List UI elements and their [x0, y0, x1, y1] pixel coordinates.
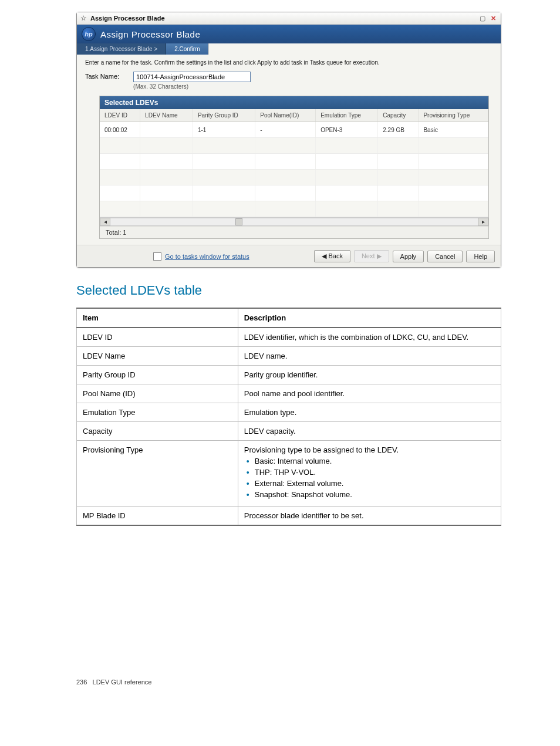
table-row [100, 170, 488, 185]
desc-row: Emulation Type Emulation type. [77, 403, 501, 422]
col-ldev-id[interactable]: LDEV ID [100, 109, 140, 122]
cell-parity-group-id: 1-1 [193, 122, 255, 138]
selected-ldevs-title: Selected LDEVs [100, 96, 488, 109]
page-footer: 236 LDEV GUI reference [76, 679, 501, 686]
list-item: External: External volume. [255, 479, 495, 488]
scroll-right-icon[interactable]: ▸ [478, 218, 488, 226]
col-pool-name-id[interactable]: Pool Name(ID) [255, 109, 316, 122]
desc-item: Provisioning Type [77, 441, 238, 507]
cell-capacity: 2.29 GB [378, 122, 419, 138]
wizard-panel: ☆ Assign Processor Blade ▢ ✕ hp Assign P… [76, 12, 501, 268]
cell-ldev-id: 00:00:02 [100, 122, 140, 138]
provisioning-type-list: Basic: Internal volume. THP: THP V-VOL. … [244, 457, 495, 499]
step-confirm[interactable]: 2.Confirm [166, 43, 208, 55]
col-parity-group-id[interactable]: Parity Group ID [193, 109, 255, 122]
page-number: 236 [76, 679, 87, 686]
desc-item: Pool Name (ID) [77, 384, 238, 403]
desc-header-item: Item [77, 308, 238, 328]
footer-section: LDEV GUI reference [93, 679, 152, 686]
desc-item: Emulation Type [77, 403, 238, 422]
description-table: Item Description LDEV ID LDEV identifier… [76, 308, 501, 526]
desc-item: Capacity [77, 422, 238, 441]
table-row [100, 201, 488, 217]
col-provisioning-type[interactable]: Provisioning Type [419, 109, 488, 122]
instruction-text: Enter a name for the task. Confirm the s… [85, 59, 492, 66]
table-row [100, 154, 488, 170]
apply-button[interactable]: Apply [393, 251, 424, 262]
col-capacity[interactable]: Capacity [378, 109, 419, 122]
step-assign-processor-blade[interactable]: 1.Assign Processor Blade > [77, 43, 166, 55]
col-ldev-name[interactable]: LDEV Name [140, 109, 193, 122]
hp-logo-icon: hp [82, 27, 96, 41]
go-to-tasks-link[interactable]: Go to tasks window for status [165, 253, 249, 260]
window-titlebar: ☆ Assign Processor Blade ▢ ✕ [77, 12, 501, 25]
list-item: THP: THP V-VOL. [255, 468, 495, 477]
table-header-row: LDEV ID LDEV Name Parity Group ID Pool N… [100, 109, 488, 122]
maximize-icon[interactable]: ▢ [478, 15, 487, 22]
cell-ldev-name [140, 122, 193, 138]
selected-ldevs-block: Selected LDEVs LDEV ID LDEV Name Parity … [99, 96, 489, 239]
help-button[interactable]: Help [466, 251, 495, 262]
button-bar: Go to tasks window for status ◀ Back Nex… [77, 245, 501, 267]
horizontal-scrollbar[interactable]: ◂ ▸ [100, 217, 488, 226]
task-name-label: Task Name: [85, 72, 119, 80]
desc-text: Provisioning type to be assigned to the … [244, 445, 399, 454]
go-to-tasks-checkbox[interactable] [153, 252, 161, 261]
desc-text: LDEV capacity. [238, 422, 501, 441]
list-item: Basic: Internal volume. [255, 457, 495, 465]
task-name-hint: (Max. 32 Characters) [133, 83, 251, 90]
desc-text: LDEV name. [238, 347, 501, 366]
desc-row: LDEV ID LDEV identifier, which is the co… [77, 328, 501, 347]
section-title: Selected LDEVs table [76, 283, 501, 298]
desc-row: Provisioning Type Provisioning type to b… [77, 441, 501, 507]
wizard-title: Assign Processor Blade [100, 29, 200, 39]
desc-item: LDEV ID [77, 328, 238, 347]
collapse-icon[interactable]: ☆ [80, 14, 87, 22]
desc-text: Pool name and pool identifier. [238, 384, 501, 403]
desc-text: LDEV identifier, which is the combinatio… [238, 328, 501, 347]
cell-provisioning-type: Basic [419, 122, 488, 138]
cell-emulation-type: OPEN-3 [316, 122, 378, 138]
scroll-left-icon[interactable]: ◂ [100, 218, 110, 226]
scroll-track[interactable] [110, 218, 478, 226]
wizard-header: hp Assign Processor Blade [77, 25, 501, 43]
desc-row: Pool Name (ID) Pool name and pool identi… [77, 384, 501, 403]
cancel-button[interactable]: Cancel [427, 251, 463, 262]
desc-row: MP Blade ID Processor blade identifier t… [77, 507, 501, 526]
table-row [100, 185, 488, 201]
total-row: Total: 1 [100, 226, 488, 238]
table-row[interactable]: 00:00:02 1-1 - OPEN-3 2.29 GB Basic [100, 122, 488, 138]
task-name-row: Task Name: (Max. 32 Characters) [85, 72, 492, 90]
table-row [100, 138, 488, 154]
desc-cell: Provisioning type to be assigned to the … [238, 441, 501, 507]
close-icon[interactable]: ✕ [489, 15, 497, 22]
desc-item: Parity Group ID [77, 366, 238, 384]
selected-ldevs-table: LDEV ID LDEV Name Parity Group ID Pool N… [100, 109, 488, 217]
desc-row: LDEV Name LDEV name. [77, 347, 501, 366]
step-bar: 1.Assign Processor Blade > 2.Confirm [77, 43, 501, 55]
task-name-input[interactable] [133, 72, 251, 82]
window-title: Assign Processor Blade [90, 15, 476, 22]
desc-row: Parity Group ID Parity group identifier. [77, 366, 501, 384]
desc-text: Emulation type. [238, 403, 501, 422]
desc-header-description: Description [238, 308, 501, 328]
desc-text: Parity group identifier. [238, 366, 501, 384]
col-emulation-type[interactable]: Emulation Type [316, 109, 378, 122]
next-button: Next ▶ [354, 250, 389, 262]
list-item: Snapshot: Snapshot volume. [255, 490, 495, 499]
cell-pool-name-id: - [255, 122, 316, 138]
desc-item: MP Blade ID [77, 507, 238, 526]
scroll-thumb[interactable] [235, 218, 242, 225]
desc-row: Capacity LDEV capacity. [77, 422, 501, 441]
desc-item: LDEV Name [77, 347, 238, 366]
back-button[interactable]: ◀ Back [314, 250, 350, 262]
desc-text: Processor blade identifier to be set. [238, 507, 501, 526]
